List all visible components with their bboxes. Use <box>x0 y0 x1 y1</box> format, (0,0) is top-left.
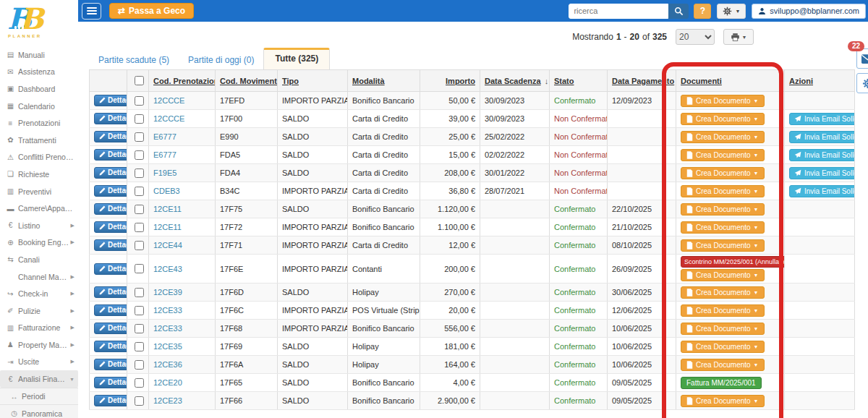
dettagli-button[interactable]: Dettagli <box>94 395 127 406</box>
booking-code-link[interactable]: CDEB3 <box>153 187 180 195</box>
sidebar-item-trattamenti[interactable]: ✿Trattamenti <box>0 132 78 149</box>
crea-documento-button[interactable]: Crea Documento▼ <box>681 131 765 143</box>
crea-documento-button[interactable]: Crea Documento▼ <box>681 395 765 407</box>
invia-email-sollecito-button[interactable]: Invia Email Sollecito <box>789 149 855 161</box>
sidebar-item-camere-appartamenti[interactable]: ▬Camere\Appartamenti <box>0 200 78 217</box>
sidebar-item-booking-engine[interactable]: ⊕Booking Engine▶ <box>0 234 78 252</box>
row-checkbox[interactable] <box>135 360 144 370</box>
sidebar-item-uscite[interactable]: ⇥Uscite▶ <box>0 354 78 371</box>
column-header-cod-movimento[interactable]: Cod. Movimento <box>216 70 278 92</box>
sidebar-item-check-in[interactable]: ↪Check-in▶ <box>0 285 78 302</box>
sidebar-item-manuali[interactable]: ▤Manuali <box>0 46 78 64</box>
tab-partite-scadute-5-[interactable]: Partite scadute (5) <box>89 51 179 69</box>
annulled-receipt-badge[interactable]: Scontrino MM/2025/001 (Annullato) <box>681 256 785 268</box>
row-checkbox[interactable] <box>135 378 144 388</box>
booking-code-link[interactable]: 12CE23 <box>153 396 182 405</box>
dettagli-button[interactable]: Dettagli <box>94 377 127 388</box>
sidebar-item-richieste[interactable]: ❏Richieste <box>0 166 78 183</box>
row-checkbox[interactable] <box>135 169 144 178</box>
crea-documento-button[interactable]: Crea Documento▼ <box>681 185 765 197</box>
dettagli-button[interactable]: Dettagli <box>94 304 127 316</box>
column-header-checkbox[interactable] <box>127 70 149 92</box>
dettagli-button[interactable]: Dettagli <box>94 239 127 251</box>
messages-floating-button[interactable] <box>856 48 868 69</box>
hamburger-menu-button[interactable] <box>82 3 101 20</box>
crea-documento-button[interactable]: Crea Documento▼ <box>681 286 765 299</box>
sidebar-item-fatturazione[interactable]: ▥Fatturazione▶ <box>0 320 78 337</box>
column-header-documenti[interactable]: Documenti <box>676 70 785 92</box>
crea-documento-button[interactable]: Crea Documento▼ <box>681 149 765 161</box>
crea-documento-button[interactable]: Crea Documento▼ <box>681 221 765 234</box>
sort-link[interactable]: Importo <box>446 77 475 85</box>
column-header-modalit-[interactable]: Modalità <box>348 70 420 92</box>
row-checkbox[interactable] <box>135 132 144 142</box>
booking-code-link[interactable]: 12CE11 <box>153 223 182 231</box>
print-dropdown-button[interactable]: ▼ <box>723 29 754 45</box>
booking-code-link[interactable]: E6777 <box>153 132 176 141</box>
row-checkbox[interactable] <box>135 205 144 214</box>
tab-tutte-325-[interactable]: Tutte (325) <box>263 48 330 69</box>
crea-documento-button[interactable]: Crea Documento▼ <box>681 359 765 371</box>
sidebar-item-prenotazioni[interactable]: ≡Prenotazioni <box>0 114 78 132</box>
sidebar-item-conflitti-prenotazioni[interactable]: ⚠Conflitti Prenotazioni <box>0 149 78 166</box>
crea-documento-button[interactable]: Crea Documento▼ <box>681 239 765 252</box>
booking-code-link[interactable]: 12CE33 <box>153 324 182 333</box>
invoice-badge[interactable]: Fattura MM/2025/001 <box>681 377 762 389</box>
row-checkbox[interactable] <box>135 96 144 106</box>
sort-link[interactable]: Cod. Movimento <box>220 77 278 85</box>
dettagli-button[interactable]: Dettagli <box>94 167 127 179</box>
sort-link[interactable]: Documenti <box>681 77 722 85</box>
settings-dropdown-button[interactable]: ▼ <box>717 4 746 19</box>
select-all-checkbox[interactable] <box>135 76 144 85</box>
crea-documento-button[interactable]: Crea Documento▼ <box>681 269 765 281</box>
sidebar-item-channel-manager[interactable]: Channel Manager▶ <box>0 268 78 286</box>
column-header-stato[interactable]: Stato <box>550 70 608 92</box>
sidebar-item-calendario[interactable]: ▦Calendario <box>0 98 78 115</box>
row-checkbox[interactable] <box>135 288 144 297</box>
help-button[interactable]: ? <box>694 4 711 19</box>
row-checkbox[interactable] <box>135 223 144 232</box>
sidebar-item-dashboard[interactable]: ▣Dashboard <box>0 80 78 98</box>
row-checkbox[interactable] <box>135 342 144 351</box>
crea-documento-button[interactable]: Crea Documento▼ <box>681 167 765 179</box>
dettagli-button[interactable]: Dettagli <box>94 263 127 275</box>
booking-code-link[interactable]: 12CE44 <box>153 241 182 249</box>
dettagli-button[interactable]: Dettagli <box>94 341 127 352</box>
dettagli-button[interactable]: Dettagli <box>94 203 127 215</box>
row-checkbox[interactable] <box>135 306 144 315</box>
booking-code-link[interactable]: E6777 <box>153 150 176 159</box>
row-checkbox[interactable] <box>135 396 144 406</box>
column-header-data-scadenza[interactable]: Data Scadenza ↓ <box>480 70 550 92</box>
column-header-tipo[interactable]: Tipo <box>278 70 348 92</box>
column-header-cod-prenotazione[interactable]: Cod. Prenotazione <box>149 70 216 92</box>
sort-link[interactable]: Stato <box>554 77 574 85</box>
sidebar-item-periodi[interactable]: ↔Periodi <box>0 388 78 405</box>
dettagli-button[interactable]: Dettagli <box>94 185 127 197</box>
booking-code-link[interactable]: 12CE43 <box>153 265 182 273</box>
tab-partite-di-oggi-0-[interactable]: Partite di oggi (0) <box>179 51 263 69</box>
dettagli-button[interactable]: Dettagli <box>94 286 127 298</box>
column-header-data-pagamento[interactable]: Data Pagamento ↓ <box>608 70 676 92</box>
dettagli-button[interactable]: Dettagli <box>94 359 127 370</box>
booking-code-link[interactable]: F19E5 <box>153 169 176 177</box>
page-size-select[interactable]: 20 <box>676 29 715 45</box>
search-input[interactable] <box>569 4 668 19</box>
column-header-azioni[interactable]: Azioni <box>785 70 855 92</box>
booking-code-link[interactable]: 12CE33 <box>153 306 182 315</box>
sort-link[interactable]: Azioni <box>789 77 813 85</box>
invia-email-sollecito-button[interactable]: Invia Email Sollecito <box>789 167 855 179</box>
crea-documento-button[interactable]: Crea Documento▼ <box>681 304 765 317</box>
sidebar-item-listino[interactable]: €Listino▶ <box>0 217 78 234</box>
dettagli-button[interactable]: Dettagli <box>94 323 127 334</box>
dettagli-button[interactable]: Dettagli <box>94 149 127 161</box>
crea-documento-button[interactable]: Crea Documento▼ <box>681 323 765 335</box>
sidebar-item-panoramica[interactable]: ◷Panoramica <box>0 404 78 418</box>
sort-link[interactable]: Modalità <box>352 77 385 85</box>
sidebar-item-canali[interactable]: ⇆Canali <box>0 251 78 268</box>
dettagli-button[interactable]: Dettagli <box>94 95 127 106</box>
booking-code-link[interactable]: 12CCCE <box>153 96 184 105</box>
booking-code-link[interactable]: 12CCCE <box>153 114 184 123</box>
row-checkbox[interactable] <box>135 241 144 250</box>
row-checkbox[interactable] <box>135 150 144 160</box>
booking-code-link[interactable]: 12CE20 <box>153 378 182 387</box>
